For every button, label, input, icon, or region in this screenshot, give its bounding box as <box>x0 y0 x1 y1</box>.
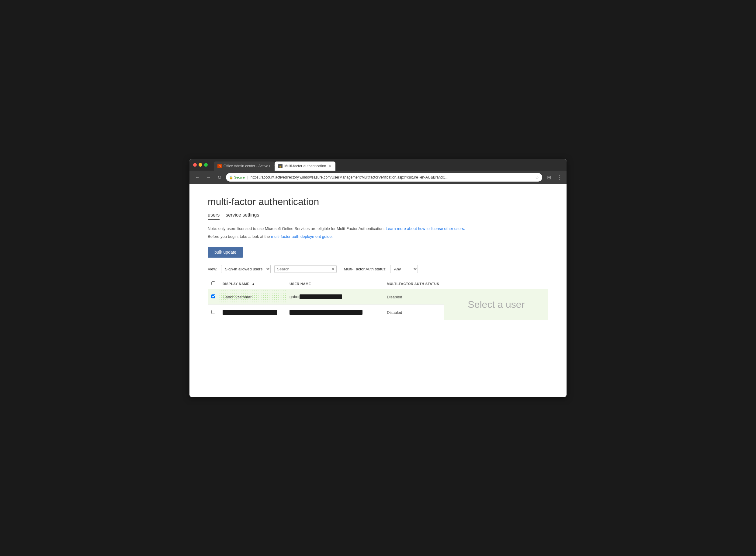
mfa-status-select[interactable]: Any Enabled Enforced Disabled <box>390 265 418 273</box>
browser-toolbar: ← → ↻ 🔒 Secure | https://account.actived… <box>189 171 567 184</box>
th-user-name[interactable]: USER NAME <box>286 278 383 289</box>
browser-window: O Office Admin center - Active u ✕ 🔒 Mul… <box>189 159 567 397</box>
tab2-favicon: 🔒 <box>278 164 283 168</box>
bulk-update-button[interactable]: bulk update <box>208 247 243 257</box>
note-line-2: Before you begin, take a look at the mul… <box>208 234 548 240</box>
tab1-favicon: O <box>217 164 222 168</box>
refresh-button[interactable]: ↻ <box>215 173 223 182</box>
th-mfa-status: MULTI-FACTOR AUTH STATUS <box>383 278 444 289</box>
select-all-checkbox[interactable] <box>211 281 215 285</box>
lock-icon: 🔒 <box>229 175 233 179</box>
browser-tabs: O Office Admin center - Active u ✕ 🔒 Mul… <box>214 159 335 171</box>
th-checkbox <box>208 278 219 289</box>
mfa-status-label: Multi-Factor Auth status: <box>344 267 387 271</box>
back-button[interactable]: ← <box>193 173 202 182</box>
url-path: UserManagement/MultifactorVerification.a… <box>332 175 448 179</box>
address-bar[interactable]: 🔒 Secure | https://account.activedirecto… <box>226 173 542 182</box>
browser-titlebar: O Office Admin center - Active u ✕ 🔒 Mul… <box>189 159 567 171</box>
tab-users[interactable]: users <box>208 211 220 219</box>
tab2-close[interactable]: ✕ <box>328 164 332 168</box>
row1-username: gabor <box>286 289 383 305</box>
row2-checkbox-cell <box>208 305 219 320</box>
row2-username <box>286 305 383 320</box>
search-input[interactable] <box>275 266 329 273</box>
license-link[interactable]: Learn more about how to license other us… <box>386 226 465 231</box>
browser-menu-button[interactable]: ⋮ <box>555 174 563 181</box>
search-wrapper: ✕ <box>274 265 337 273</box>
page-title: multi-factor authentication <box>208 196 548 207</box>
page-content: multi-factor authentication users servic… <box>189 184 567 397</box>
row2-mfa-status: Disabled <box>383 305 444 320</box>
users-table: DISPLAY NAME ▲ USER NAME MULTI-FACTOR AU… <box>208 278 548 320</box>
deployment-guide-link[interactable]: multi-factor auth deployment guide. <box>271 234 333 239</box>
th-display-name[interactable]: DISPLAY NAME ▲ <box>219 278 286 289</box>
tab2-title: Multi-factor authentication <box>284 164 326 168</box>
extension-icon[interactable]: ⊞ <box>545 173 553 182</box>
th-action <box>444 278 548 289</box>
secure-label: Secure <box>234 175 245 179</box>
row2-checkbox[interactable] <box>211 310 215 314</box>
filter-bar: View: Sign-in allowed users Sign-in bloc… <box>208 265 548 273</box>
table-row: Gabor Szathmari gabor Disabled Select a … <box>208 289 548 305</box>
browser-tab-1[interactable]: O Office Admin center - Active u ✕ <box>214 162 275 171</box>
search-clear-button[interactable]: ✕ <box>329 266 336 273</box>
forward-button[interactable]: → <box>204 173 213 182</box>
row1-mfa-status: Disabled <box>383 289 444 305</box>
select-user-panel: Select a user <box>444 289 548 320</box>
url-prefix: https://account.activedirectory.windowsa… <box>251 175 332 179</box>
select-user-text: Select a user <box>468 299 525 310</box>
bookmark-icon[interactable]: ☆ <box>535 175 539 180</box>
row1-username-redacted <box>299 294 342 299</box>
tab-service-settings[interactable]: service settings <box>226 211 259 219</box>
page-tabs: users service settings <box>208 211 548 219</box>
view-select[interactable]: Sign-in allowed users Sign-in blocked us… <box>221 265 271 273</box>
row1-checkbox-cell <box>208 289 219 305</box>
row1-display-name: Gabor Szathmari <box>219 289 286 305</box>
secure-badge: 🔒 Secure <box>229 175 245 179</box>
maximize-button[interactable] <box>204 163 208 167</box>
row2-display-name <box>219 305 286 320</box>
traffic-lights <box>193 163 208 167</box>
tab1-title: Office Admin center - Active u <box>223 164 271 168</box>
row2-username-redacted <box>289 310 362 315</box>
url-text: https://account.activedirectory.windowsa… <box>251 175 448 179</box>
row2-name-redacted <box>223 310 277 315</box>
table-header-row: DISPLAY NAME ▲ USER NAME MULTI-FACTOR AU… <box>208 278 548 289</box>
address-separator: | <box>247 175 248 179</box>
close-button[interactable] <box>193 163 197 167</box>
sort-icon: ▲ <box>251 282 255 286</box>
minimize-button[interactable] <box>199 163 202 167</box>
browser-tab-2[interactable]: 🔒 Multi-factor authentication ✕ <box>275 162 335 171</box>
view-label: View: <box>208 267 217 271</box>
note-line-1: Note: only users licensed to use Microso… <box>208 226 548 232</box>
row1-checkbox[interactable] <box>211 294 215 299</box>
